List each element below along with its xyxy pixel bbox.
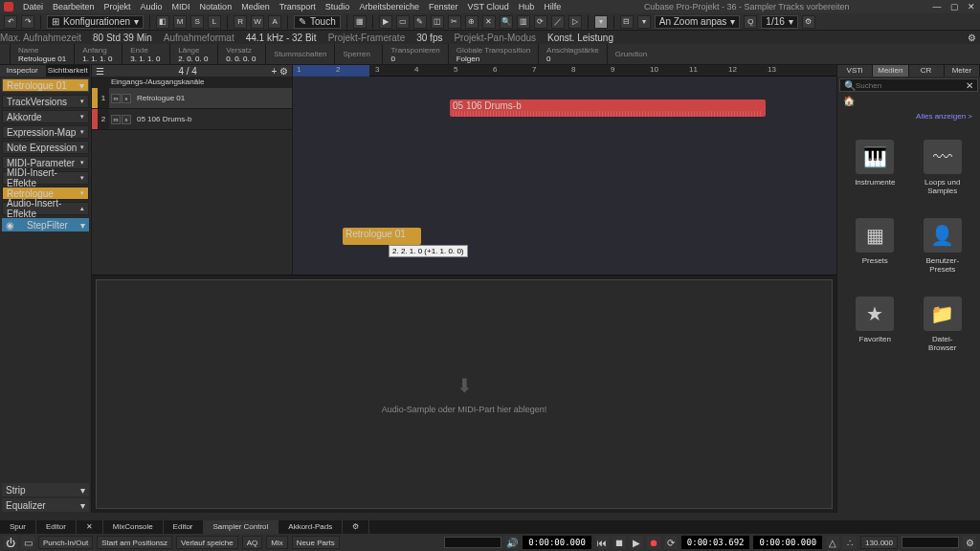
btab-editor2[interactable]: Editor [164,520,204,534]
erase-tool-icon[interactable]: ◫ [431,15,444,29]
arrange-view[interactable]: 1 2 3 4 5 6 7 8 9 10 11 12 13 05 106 Dr [293,65,836,275]
btab-editor[interactable]: Editor [36,520,77,534]
menu-notation[interactable]: Notation [200,2,233,11]
config-dropdown[interactable]: ⊞Konfigurationen▾ [47,15,144,29]
mute-button[interactable]: m [111,115,121,124]
rewind-icon[interactable]: ⏮ [595,536,609,549]
punch-button[interactable]: Punch-In/Out [38,536,93,549]
add-track-icon[interactable]: + ⚙ [271,66,288,77]
sampler-drop-zone[interactable]: ⬇ Audio-Sample oder MIDI-Part hier ableg… [96,279,833,509]
mute-button[interactable]: m [111,94,121,103]
inspector-audio-inserts[interactable]: Audio-Insert-Effekte▴ [2,202,89,215]
maximize-icon[interactable]: ▢ [949,2,959,11]
constrain-icon[interactable]: ◧ [156,15,169,29]
w-button[interactable]: W [251,15,264,29]
stepfilter-slot[interactable]: ◉StepFilter▾ [2,218,89,231]
quantize-value[interactable]: 1/16▾ [761,15,797,29]
btab-settings-icon[interactable]: ⚙ [343,520,369,534]
tab-medien[interactable]: Medien [873,65,908,77]
record-icon[interactable]: ⏺ [647,536,660,549]
solo-button[interactable]: s [122,94,131,103]
inspector-expression-map[interactable]: Expression-Map▾ [2,125,89,139]
l-button[interactable]: L [208,15,221,29]
clear-search-icon[interactable]: ✕ [966,80,973,91]
media-presets[interactable]: ▦Presets [845,210,905,281]
cycle-icon[interactable]: ⟳ [664,536,678,549]
right-locator-time[interactable]: 0:00:00.000 [753,536,822,549]
midi-clip-retrologue[interactable]: Retrologue 01 [343,228,421,245]
newparts-button[interactable]: Neue Parts [292,536,340,549]
show-all-link[interactable]: Alles anzeigen > [837,108,980,124]
quantize-settings-icon[interactable]: ⚙ [802,15,815,29]
media-search[interactable]: 🔍 ✕ [839,78,978,92]
tab-meter[interactable]: Meter [945,65,980,77]
solo-button[interactable]: s [122,115,131,124]
media-user-presets[interactable]: 👤Benutzer-Presets [913,210,973,281]
a-button[interactable]: A [268,15,281,29]
m-button[interactable]: M [173,15,187,29]
media-loops[interactable]: 〰Loops und Samples [913,132,973,203]
track-retrologue[interactable]: 1 ms Retrologue 01 [92,88,292,109]
minimize-icon[interactable]: — [932,2,942,11]
metronome-icon[interactable]: △ [826,536,839,549]
start-mode-button[interactable]: Start am Positionsz [97,536,172,549]
menu-bearbeiten[interactable]: Bearbeiten [53,2,95,11]
range-tool-icon[interactable]: ▭ [396,15,410,29]
scissors-tool-icon[interactable]: ✂ [448,15,461,29]
automation-icon[interactable]: ▦ [353,15,367,29]
tab-inspector[interactable]: Inspector [0,65,46,77]
zoom-tool-icon[interactable]: 🔍 [500,15,513,29]
media-favorites[interactable]: ★Favoriten [845,289,905,360]
line-tool-icon[interactable]: ／ [551,15,565,29]
play-icon[interactable]: ▶ [630,536,643,549]
undo-icon[interactable]: ↶ [4,15,17,29]
tab-vsti[interactable]: VSTi [837,65,873,77]
s-button[interactable]: S [190,15,204,29]
menu-medien[interactable]: Medien [241,2,270,11]
primary-time[interactable]: 0:00:03.692 [681,536,750,549]
audio-clip-drums[interactable]: 05 106 Drums-b [450,99,766,117]
menu-studio[interactable]: Studio [325,2,350,11]
inspector-akkorde[interactable]: Akkorde▾ [2,110,89,123]
draw-tool-icon[interactable]: ✎ [413,15,427,29]
settings-icon[interactable]: ⚙ [968,33,976,43]
inspector-strip[interactable]: Strip▾ [2,483,89,496]
search-input[interactable] [856,81,966,90]
cycle-range[interactable] [293,65,369,77]
input-monitor-icon[interactable]: 🔊 [505,536,519,549]
snap-icon[interactable]: ⊟ [620,15,634,29]
zoom-mode[interactable]: An Zoom anpas▾ [655,15,741,29]
menu-vstcloud[interactable]: VST Cloud [467,2,508,11]
output-settings-icon[interactable]: ⚙ [963,536,976,549]
inspector-equalizer[interactable]: Equalizer▾ [2,498,89,512]
close-icon[interactable]: ✕ [967,2,976,11]
redo-icon[interactable]: ↷ [21,15,34,29]
media-instruments[interactable]: 🎹Instrumente [845,132,905,203]
aq-button[interactable]: AQ [242,536,263,549]
transport-panel-icon[interactable]: ▭ [21,536,34,549]
touch-mode[interactable]: ✎Touch [294,15,341,29]
param-name-value[interactable]: Retrologue 01 [18,55,66,63]
history-button[interactable]: Verlauf speiche [176,536,238,549]
tab-cr[interactable]: CR [909,65,945,77]
comp-tool-icon[interactable]: ▥ [517,15,530,29]
io-channels-folder[interactable]: Eingangs-/Ausgangskanäle [92,77,292,88]
stop-icon[interactable]: ⏹ [612,536,626,549]
precount-icon[interactable]: ∴ [843,536,857,549]
menu-datei[interactable]: Datei [23,2,43,11]
timeline-ruler[interactable]: 1 2 3 4 5 6 7 8 9 10 11 12 13 [293,65,836,77]
home-icon[interactable]: 🏠 [843,96,855,106]
tab-visibility[interactable]: Sichtbarkeit [46,65,92,77]
inspector-trackversions[interactable]: TrackVersions▾ [2,95,89,108]
btab-mixconsole[interactable]: MixConsole [103,520,164,534]
mix-button[interactable]: Mix [266,536,287,549]
menu-projekt[interactable]: Projekt [104,2,131,11]
quantize-icon[interactable]: Q [744,15,757,29]
menu-hub[interactable]: Hub [519,2,535,11]
btab-sampler-control[interactable]: Sampler Control [204,520,279,534]
tempo-value[interactable]: 130.000 [860,536,898,549]
cursor-tool-icon[interactable]: ▶ [379,15,392,29]
snap-type-icon[interactable]: ▾ [637,15,651,29]
menu-fenster[interactable]: Fenster [429,2,458,11]
glue-tool-icon[interactable]: ⊕ [465,15,479,29]
